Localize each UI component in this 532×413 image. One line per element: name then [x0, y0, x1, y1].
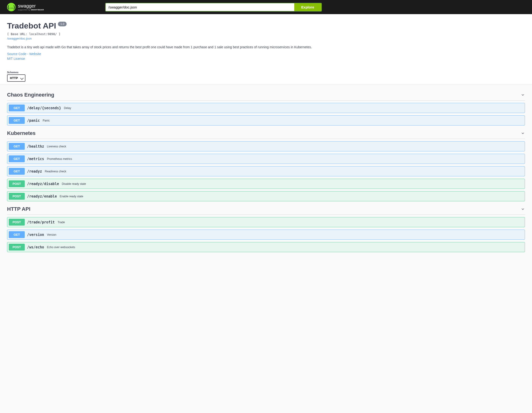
method-badge: POST: [9, 180, 25, 187]
method-badge: GET: [9, 117, 25, 124]
tag-separator: [7, 214, 525, 215]
operation-summary: Enable ready state: [59, 195, 83, 198]
operation-path: /ws/echo: [27, 245, 44, 249]
operation-path: /panic: [27, 118, 40, 123]
method-badge: GET: [9, 105, 25, 111]
method-badge: GET: [9, 143, 25, 150]
operation-block[interactable]: GET/metricsPrometheus metrics: [7, 154, 525, 164]
operation-path: /readyz/enable: [27, 194, 57, 199]
operation-summary: Disable ready state: [62, 182, 86, 185]
tag-separator: [7, 100, 525, 101]
operation-summary: Prometheus metrics: [47, 157, 72, 161]
operation-path: /readyz: [27, 169, 42, 173]
swagger-logo-icon: {…}: [7, 3, 16, 11]
swagger-logo[interactable]: {…} swagger supported by SMARTBEAR: [7, 3, 44, 11]
chevron-down-icon: [521, 207, 525, 211]
operation-path: /version: [27, 233, 44, 237]
base-url: [ Base URL: localhost:9898/ ]: [7, 32, 525, 36]
topbar: {…} swagger supported by SMARTBEAR Explo…: [0, 0, 532, 14]
api-description: Tradebot is a tiny web api made with Go …: [7, 45, 525, 50]
operation-block[interactable]: GET/panicPanic: [7, 115, 525, 125]
schemes-label: Schemes: [7, 71, 525, 74]
operation-path: /readyz/disable: [27, 182, 59, 186]
chevron-down-icon: [521, 93, 525, 97]
operation-summary: Panic: [43, 119, 50, 122]
chevron-down-icon: [521, 131, 525, 135]
operation-block[interactable]: GET/healthzLiveness check: [7, 141, 525, 151]
schemes-section: Schemes HTTP: [0, 66, 532, 85]
method-badge: GET: [9, 231, 25, 238]
method-badge: GET: [9, 168, 25, 175]
operation-block[interactable]: POST/readyz/disableDisable ready state: [7, 179, 525, 189]
api-title: Tradebot API: [7, 21, 56, 30]
tag-title: HTTP API: [7, 206, 30, 212]
operation-summary: Delay: [64, 106, 71, 110]
operation-block[interactable]: POST/ws/echoEcho over websockets: [7, 242, 525, 252]
operation-summary: Readiness check: [45, 170, 66, 173]
spec-doc-link[interactable]: /swagger/doc.json: [7, 37, 32, 40]
logo-subtitle: supported by SMARTBEAR: [18, 9, 44, 11]
explore-button[interactable]: Explore: [294, 3, 321, 11]
swagger-logo-text: swagger supported by SMARTBEAR: [18, 3, 44, 11]
method-badge: POST: [9, 193, 25, 200]
spec-url-input[interactable]: [106, 3, 294, 11]
method-badge: POST: [9, 244, 25, 250]
operation-block[interactable]: GET/delay/{seconds}Delay: [7, 103, 525, 113]
operation-path: /healthz: [27, 144, 44, 149]
operation-summary: Version: [47, 233, 56, 236]
operation-block[interactable]: POST/trade/profitTrade: [7, 217, 525, 227]
operation-block[interactable]: GET/readyzReadiness check: [7, 166, 525, 176]
tag-header[interactable]: Kubernetes: [7, 128, 525, 139]
spec-url-form: Explore: [105, 3, 322, 11]
operation-summary: Echo over websockets: [47, 246, 75, 249]
schemes-select[interactable]: HTTP: [7, 74, 25, 82]
method-badge: GET: [9, 155, 25, 162]
api-info-section: Tradebot API 1.0 [ Base URL: localhost:9…: [0, 14, 532, 66]
operation-summary: Trade: [57, 221, 65, 224]
tag-header[interactable]: Chaos Engineering: [7, 89, 525, 100]
license-link[interactable]: MIT License: [7, 57, 525, 60]
tag-title: Kubernetes: [7, 130, 36, 136]
method-badge: POST: [9, 219, 25, 226]
api-version-badge: 1.0: [58, 22, 66, 26]
source-code-link[interactable]: Source Code - Website: [7, 52, 525, 56]
tag-title: Chaos Engineering: [7, 92, 54, 98]
operation-path: /metrics: [27, 157, 44, 161]
operation-summary: Liveness check: [47, 145, 66, 148]
operation-block[interactable]: POST/readyz/enableEnable ready state: [7, 191, 525, 201]
operation-path: /delay/{seconds}: [27, 106, 61, 110]
operation-block[interactable]: GET/versionVersion: [7, 230, 525, 240]
logo-brand-name: swagger: [18, 3, 44, 9]
tag-header[interactable]: HTTP API: [7, 204, 525, 214]
operations-container: Chaos EngineeringGET/delay/{seconds}Dela…: [0, 85, 532, 259]
tag-separator: [7, 139, 525, 139]
operation-path: /trade/profit: [27, 220, 55, 224]
